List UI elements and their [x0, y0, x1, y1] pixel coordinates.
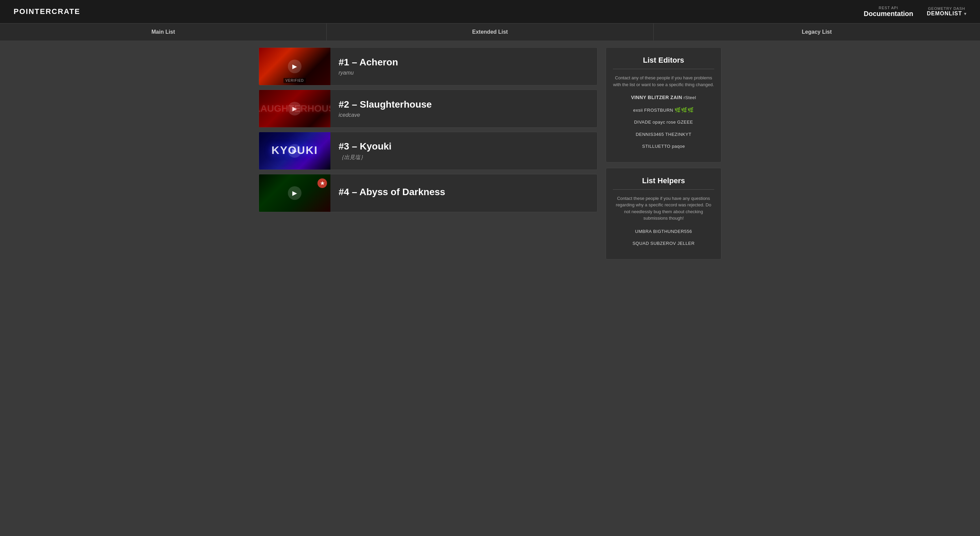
header-nav: REST API Documentation Geometry Dash DEM… — [864, 6, 966, 18]
editor-paqoe: paqoe — [672, 144, 685, 149]
demon-info-2: #2 – Slaughterhouse icedcave — [331, 92, 440, 125]
editors-divider — [613, 69, 714, 69]
nav-documentation-sub: REST API — [864, 6, 913, 10]
verified-badge-1: VERIFIED — [283, 78, 306, 83]
demon-creator-3: ｛出見塩｝ — [339, 154, 392, 161]
helpers-divider — [613, 189, 714, 190]
demon-thumbnail-1: ▶ VERIFIED — [259, 48, 331, 85]
main-content: ▶ VERIFIED #1 – Acheron ryamu ▶ SLAUGHTE… — [245, 40, 735, 266]
nav-demonlist-main: DEMONLIST — [927, 11, 962, 17]
helpers-title: List Helpers — [613, 176, 714, 185]
editor-stilluetto: Stilluetto — [642, 144, 671, 149]
tab-main-list[interactable]: Main List — [0, 24, 327, 40]
demon-card-3[interactable]: ▶ KYOUKI #3 – Kyouki ｛出見塩｝ — [259, 132, 598, 170]
sidebar-helpers-section: List Helpers Contact these people if you… — [606, 168, 721, 260]
demon-creator-1: ryamu — [339, 70, 398, 76]
thumbnail-text-3: KYOUKI — [272, 144, 318, 156]
editors-row-4: DENNIS3465 TheZinkYT — [613, 130, 714, 139]
demon-info-1: #1 – Acheron ryamu — [331, 50, 406, 83]
demon-info-3: #3 – Kyouki ｛出見塩｝ — [331, 134, 400, 168]
editors-row-1: VINNY BLITZER ZAIN rSteel — [613, 93, 714, 102]
helper-bigthunder: Bigthunder556 — [653, 229, 692, 234]
helper-subzerov: SubZeroV — [650, 241, 676, 246]
demon-card-4[interactable]: ▶ ★ #4 – Abyss of Darkness — [259, 174, 598, 212]
play-button-4[interactable]: ▶ — [288, 186, 301, 200]
sub-nav: Main List Extended List Legacy List — [0, 23, 980, 40]
demon-thumbnail-4: ▶ ★ — [259, 174, 331, 212]
editor-exsii: exsii — [633, 108, 643, 113]
demon-card-1[interactable]: ▶ VERIFIED #1 – Acheron ryamu — [259, 47, 598, 86]
header: POINTERCRATE REST API Documentation Geom… — [0, 0, 980, 23]
demon-list: ▶ VERIFIED #1 – Acheron ryamu ▶ SLAUGHTE… — [259, 47, 598, 260]
site-logo[interactable]: POINTERCRATE — [14, 7, 864, 16]
thumbnail-text-2: SLAUGHTERHOUSE — [259, 103, 331, 114]
editor-opayc: opayc — [653, 120, 665, 124]
editor-thezinkyt: TheZinkYT — [665, 132, 692, 137]
tab-legacy-list[interactable]: Legacy List — [654, 24, 980, 40]
helper-jeller: Jeller — [678, 241, 695, 246]
leaf-emoji: 🌿🌿🌿 — [675, 107, 694, 113]
demon-rank-name-1: #1 – Acheron — [339, 57, 398, 68]
editors-description: Contact any of these people if you have … — [613, 75, 714, 88]
demon-rank-name-3: #3 – Kyouki — [339, 141, 392, 152]
sidebar: List Editors Contact any of these people… — [606, 47, 721, 260]
demon-thumbnail-3: ▶ KYOUKI — [259, 132, 331, 169]
editor-vinny: VINNY — [631, 95, 646, 100]
helper-umbra: Umbra — [635, 229, 652, 234]
helper-squad: Squad — [633, 241, 649, 246]
demon-rank-name-2: #2 – Slaughterhouse — [339, 99, 432, 110]
demon-rank-name-4: #4 – Abyss of Darkness — [339, 187, 445, 198]
editor-zain: ZAIN — [670, 95, 682, 100]
sidebar-editors-section: List Editors Contact any of these people… — [606, 47, 721, 163]
nav-documentation-main: Documentation — [864, 10, 913, 18]
nav-demonlist-sub: Geometry Dash — [927, 6, 966, 11]
thumbnail-badge-4: ★ — [318, 179, 327, 188]
demon-info-4: #4 – Abyss of Darkness — [331, 180, 453, 206]
editors-row-5: Stilluetto paqoe — [613, 142, 714, 150]
helpers-description: Contact these people if you have any que… — [613, 195, 714, 222]
editors-title: List Editors — [613, 56, 714, 65]
tab-extended-list[interactable]: Extended List — [327, 24, 653, 40]
editor-rose: rose — [667, 120, 676, 124]
chevron-down-icon: ▾ — [964, 11, 966, 16]
play-button-1[interactable]: ▶ — [288, 60, 301, 73]
helpers-row-2: Squad SubZeroV Jeller — [613, 239, 714, 247]
editor-rsteel: rSteel — [684, 95, 696, 100]
editor-divade: Divade — [634, 120, 651, 124]
nav-demonlist[interactable]: Geometry Dash DEMONLIST ▾ — [927, 6, 966, 17]
editor-dennis: DENNIS3465 — [636, 132, 664, 137]
demon-card-2[interactable]: ▶ SLAUGHTERHOUSE #2 – Slaughterhouse ice… — [259, 89, 598, 128]
demon-thumbnail-2: ▶ SLAUGHTERHOUSE — [259, 90, 331, 128]
editors-row-3: Divade opayc rose Gzeee — [613, 118, 714, 126]
demon-creator-2: icedcave — [339, 112, 432, 118]
editors-row-2: exsii FrostBurn 🌿🌿🌿 — [613, 105, 714, 115]
editor-frostburn: FrostBurn — [644, 108, 673, 113]
editor-gzeee: Gzeee — [677, 120, 693, 124]
editor-blitzer: BLITZER — [648, 95, 669, 100]
helpers-row-1: Umbra Bigthunder556 — [613, 227, 714, 236]
nav-documentation[interactable]: REST API Documentation — [864, 6, 913, 18]
